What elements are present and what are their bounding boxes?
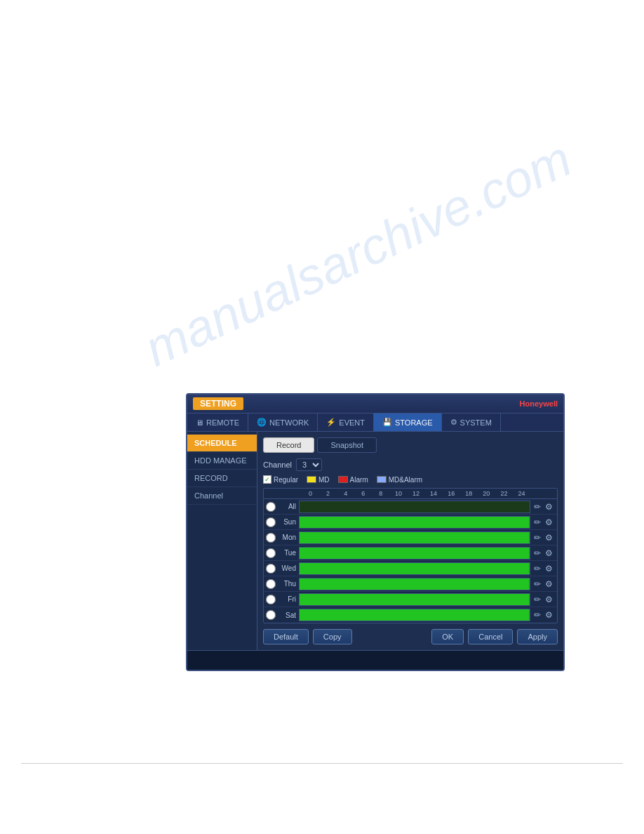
thu-actions: ✏ ⚙ xyxy=(530,579,557,589)
title-bar: SETTING Honeywell xyxy=(187,395,563,413)
legend-md-alarm-label: MD&Alarm xyxy=(389,476,422,484)
cancel-button[interactable]: Cancel xyxy=(468,629,513,644)
main-panel: Record Snapshot Channel 3 124 5678 ✓ Reg… xyxy=(257,432,563,650)
hour-labels: 0 2 4 6 8 10 12 14 16 18 20 22 24 xyxy=(302,490,530,497)
channel-select[interactable]: 3 124 5678 xyxy=(296,458,322,471)
sun-radio[interactable] xyxy=(266,517,276,527)
schedule-row-thu: Thu ✏ ⚙ xyxy=(264,576,557,592)
apply-button[interactable]: Apply xyxy=(517,629,558,644)
copy-button[interactable]: Copy xyxy=(313,629,352,644)
thu-grid[interactable] xyxy=(299,578,530,590)
network-icon: 🌐 xyxy=(257,418,267,427)
remote-icon: 🖥 xyxy=(196,418,203,427)
thu-settings-icon[interactable]: ⚙ xyxy=(544,579,554,589)
md-color xyxy=(307,476,316,483)
all-label: All xyxy=(278,503,299,510)
wed-edit-icon[interactable]: ✏ xyxy=(532,564,542,574)
tab-remote-label: REMOTE xyxy=(206,418,239,427)
thu-label: Thu xyxy=(278,580,299,588)
all-settings-icon[interactable]: ⚙ xyxy=(544,502,554,512)
tab-storage[interactable]: 💾 STORAGE xyxy=(374,413,442,431)
thu-radio[interactable] xyxy=(266,579,276,589)
hour-header: 0 2 4 6 8 10 12 14 16 18 20 22 24 xyxy=(264,489,557,499)
fri-grid[interactable] xyxy=(299,593,530,606)
main-window: SETTING Honeywell 🖥 REMOTE 🌐 NETWORK ⚡ E… xyxy=(186,393,565,671)
sidebar: SCHEDULE HDD MANAGE RECORD Channel xyxy=(187,432,257,650)
tab-storage-label: STORAGE xyxy=(395,418,433,427)
all-actions: ✏ ⚙ xyxy=(530,502,557,512)
default-button[interactable]: Default xyxy=(263,629,309,644)
subtab-snapshot[interactable]: Snapshot xyxy=(317,437,376,453)
schedule-row-sun: Sun ✏ ⚙ xyxy=(264,515,557,530)
sidebar-item-hdd-manage[interactable]: HDD MANAGE xyxy=(187,452,257,470)
thu-edit-icon[interactable]: ✏ xyxy=(532,579,542,589)
channel-row: Channel 3 124 5678 xyxy=(263,458,558,471)
schedule-row-tue: Tue ✏ ⚙ xyxy=(264,545,557,561)
content-area: SCHEDULE HDD MANAGE RECORD Channel Recor… xyxy=(187,432,563,650)
mon-label: Mon xyxy=(278,534,299,541)
footer-buttons: Default Copy OK Cancel Apply xyxy=(263,629,558,644)
brand-label: Honeywell xyxy=(520,399,558,408)
sat-settings-icon[interactable]: ⚙ xyxy=(544,610,554,620)
sun-settings-icon[interactable]: ⚙ xyxy=(544,517,554,527)
regular-checkbox[interactable]: ✓ xyxy=(263,475,271,484)
all-radio[interactable] xyxy=(266,502,276,512)
bottom-separator xyxy=(21,763,623,764)
fri-edit-icon[interactable]: ✏ xyxy=(532,595,542,604)
mon-settings-icon[interactable]: ⚙ xyxy=(544,533,554,543)
legend-regular: ✓ Regular xyxy=(263,475,298,484)
wed-label: Wed xyxy=(278,564,299,572)
sat-label: Sat xyxy=(278,611,299,619)
setting-title: SETTING xyxy=(193,397,243,410)
storage-icon: 💾 xyxy=(382,418,392,427)
sat-edit-icon[interactable]: ✏ xyxy=(532,610,542,620)
sun-grid[interactable] xyxy=(299,516,530,529)
fri-radio[interactable] xyxy=(266,595,276,604)
all-edit-icon[interactable]: ✏ xyxy=(532,502,542,512)
wed-actions: ✏ ⚙ xyxy=(530,564,557,574)
all-grid[interactable] xyxy=(299,501,530,513)
schedule-row-mon: Mon ✏ ⚙ xyxy=(264,530,557,545)
sat-grid[interactable] xyxy=(299,609,530,621)
sidebar-item-schedule[interactable]: SCHEDULE xyxy=(187,435,257,452)
tab-event-label: EVENT xyxy=(339,418,365,427)
fri-settings-icon[interactable]: ⚙ xyxy=(544,595,554,604)
mon-edit-icon[interactable]: ✏ xyxy=(532,533,542,543)
legend-alarm: Alarm xyxy=(338,476,368,484)
schedule-row-all: All ✏ ⚙ xyxy=(264,499,557,515)
legend-md: MD xyxy=(307,476,330,484)
tab-network[interactable]: 🌐 NETWORK xyxy=(248,413,318,431)
sun-edit-icon[interactable]: ✏ xyxy=(532,517,542,527)
tue-edit-icon[interactable]: ✏ xyxy=(532,548,542,558)
event-icon: ⚡ xyxy=(326,418,336,427)
channel-label: Channel xyxy=(263,461,292,469)
subtab-record[interactable]: Record xyxy=(263,437,314,453)
md-alarm-color xyxy=(377,476,387,483)
legend-alarm-label: Alarm xyxy=(350,476,368,484)
sidebar-item-channel[interactable]: Channel xyxy=(187,487,257,505)
tab-event[interactable]: ⚡ EVENT xyxy=(318,413,374,431)
mon-radio[interactable] xyxy=(266,533,276,543)
tue-radio[interactable] xyxy=(266,548,276,558)
legend-md-label: MD xyxy=(318,476,330,484)
sun-label: Sun xyxy=(278,518,299,526)
mon-grid[interactable] xyxy=(299,531,530,544)
wed-settings-icon[interactable]: ⚙ xyxy=(544,564,554,574)
tue-settings-icon[interactable]: ⚙ xyxy=(544,548,554,558)
watermark: manualsarchive.com xyxy=(136,129,580,377)
schedule-row-fri: Fri ✏ ⚙ xyxy=(264,592,557,607)
wed-grid[interactable] xyxy=(299,562,530,575)
tab-network-label: NETWORK xyxy=(269,418,309,427)
status-bar xyxy=(187,650,563,670)
legend-row: ✓ Regular MD Alarm MD&Alarm xyxy=(263,475,558,484)
sat-radio[interactable] xyxy=(266,610,276,620)
tue-grid[interactable] xyxy=(299,547,530,560)
sidebar-item-record[interactable]: RECORD xyxy=(187,470,257,487)
legend-regular-label: Regular xyxy=(274,476,298,484)
tab-remote[interactable]: 🖥 REMOTE xyxy=(187,413,248,431)
wed-radio[interactable] xyxy=(266,564,276,574)
ok-button[interactable]: OK xyxy=(431,629,464,644)
nav-tabs: 🖥 REMOTE 🌐 NETWORK ⚡ EVENT 💾 STORAGE ⚙ S… xyxy=(187,413,563,432)
tab-system[interactable]: ⚙ SYSTEM xyxy=(442,413,501,431)
fri-actions: ✏ ⚙ xyxy=(530,595,557,604)
